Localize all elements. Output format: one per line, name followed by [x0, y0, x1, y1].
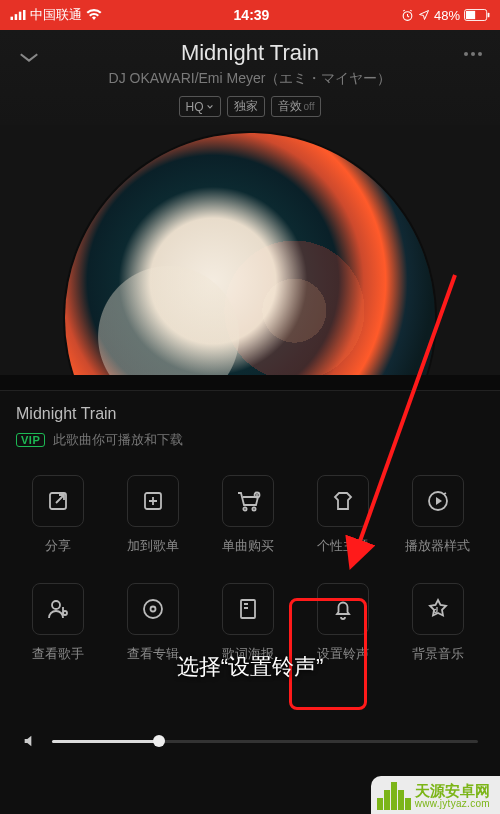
watermark: 天源安卓网 www.jytyaz.com: [371, 776, 500, 814]
action-label: 播放器样式: [405, 537, 470, 555]
action-share[interactable]: 分享: [10, 467, 105, 571]
watermark-en: www.jytyaz.com: [415, 799, 490, 810]
volume-slider[interactable]: [52, 740, 478, 743]
action-theme[interactable]: 个性主题: [295, 467, 390, 571]
svg-rect-0: [11, 17, 14, 20]
poster-icon: [222, 583, 274, 635]
vip-text: 此歌曲你可播放和下载: [53, 431, 183, 449]
buy-icon: [222, 475, 274, 527]
action-label: 背景音乐: [412, 645, 464, 663]
artist-line[interactable]: DJ OKAWARI/Emi Meyer（エミ・マイヤー）: [0, 70, 500, 88]
album-icon: [127, 583, 179, 635]
svg-rect-6: [466, 11, 475, 19]
style-icon: [412, 475, 464, 527]
theme-icon: [317, 475, 369, 527]
sound-effect-badge[interactable]: 音效 off: [271, 96, 322, 117]
action-label: 分享: [45, 537, 71, 555]
wifi-icon: [86, 9, 102, 21]
collapse-icon[interactable]: [18, 50, 40, 64]
action-bgmusic[interactable]: 背景音乐: [390, 575, 484, 679]
add-icon: [127, 475, 179, 527]
sheet-song-title: Midnight Train: [16, 405, 484, 423]
share-icon: [32, 475, 84, 527]
signal-icon: [10, 10, 26, 20]
artist-icon: [32, 583, 84, 635]
exclusive-badge: 独家: [227, 96, 265, 117]
more-icon[interactable]: [464, 52, 482, 56]
action-grid-2: 查看歌手查看专辑歌词海报设置铃声背景音乐: [10, 575, 484, 679]
action-grid: 分享加到歌单单曲购买个性主题播放器样式定时: [10, 467, 484, 571]
album-art-area[interactable]: [0, 125, 500, 375]
volume-bar[interactable]: [0, 726, 500, 756]
clock: 14:39: [234, 7, 270, 23]
vip-badge: VIP: [16, 433, 45, 447]
action-label: 查看专辑: [127, 645, 179, 663]
svg-rect-7: [488, 13, 490, 18]
svg-rect-2: [19, 12, 22, 20]
watermark-logo: [377, 782, 411, 810]
carrier-label: 中国联通: [30, 6, 82, 24]
svg-point-15: [52, 601, 60, 609]
action-label: 加到歌单: [127, 537, 179, 555]
album-art: [65, 133, 435, 375]
action-buy[interactable]: 单曲购买: [200, 467, 295, 571]
status-bar: 中国联通 14:39 48%: [0, 0, 500, 30]
action-style[interactable]: 播放器样式: [390, 467, 484, 571]
svg-point-10: [243, 507, 246, 510]
svg-point-17: [150, 607, 155, 612]
battery-pct: 48%: [434, 8, 460, 23]
alarm-icon: [401, 9, 414, 22]
hq-badge[interactable]: HQ: [179, 96, 221, 117]
action-label: 查看歌手: [32, 645, 84, 663]
svg-point-16: [144, 600, 162, 618]
action-label: 设置铃声: [317, 645, 369, 663]
action-label: 个性主题: [317, 537, 369, 555]
song-title: Midnight Train: [0, 40, 500, 66]
action-ringtone[interactable]: 设置铃声: [295, 575, 390, 679]
player-header: Midnight Train DJ OKAWARI/Emi Meyer（エミ・マ…: [0, 30, 500, 125]
action-album[interactable]: 查看专辑: [105, 575, 200, 679]
location-icon: [418, 9, 430, 21]
svg-point-11: [252, 507, 255, 510]
svg-rect-1: [15, 14, 18, 20]
volume-icon[interactable]: [22, 733, 38, 749]
action-label: 歌词海报: [222, 645, 274, 663]
ringtone-icon: [317, 583, 369, 635]
action-poster[interactable]: 歌词海报: [200, 575, 295, 679]
watermark-cn: 天源安卓网: [415, 783, 490, 799]
battery-icon: [464, 9, 490, 21]
svg-rect-3: [23, 10, 26, 20]
action-artist[interactable]: 查看歌手: [10, 575, 105, 679]
bgmusic-icon: [412, 583, 464, 635]
action-add[interactable]: 加到歌单: [105, 467, 200, 571]
action-label: 单曲购买: [222, 537, 274, 555]
